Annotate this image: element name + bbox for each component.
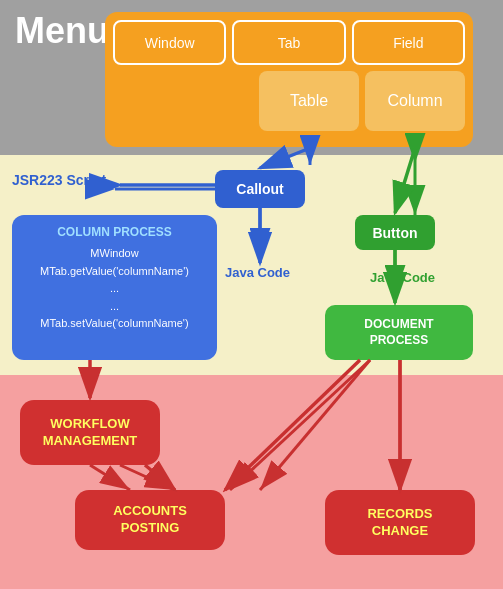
diagram-container: Menu Window Tab Field Table Column JSR22… bbox=[0, 0, 503, 589]
records-change-box: RECORDS CHANGE bbox=[325, 490, 475, 555]
column-process-title: COLUMN PROCESS bbox=[24, 225, 205, 239]
workflow-label: WORKFLOW MANAGEMENT bbox=[43, 416, 138, 450]
jsr223-label: JSR223 Script bbox=[12, 172, 106, 188]
orange-container: Window Tab Field Table Column bbox=[105, 12, 473, 147]
workflow-management-box: WORKFLOW MANAGEMENT bbox=[20, 400, 160, 465]
table-box: Table bbox=[259, 71, 359, 131]
column-box: Column bbox=[365, 71, 465, 131]
button-box: Button bbox=[355, 215, 435, 250]
code-line-mwindow: MWindow bbox=[24, 245, 205, 263]
orange-top-row: Window Tab Field bbox=[113, 20, 465, 65]
doc-process-box: DOCUMENT PROCESS bbox=[325, 305, 473, 360]
orange-bottom-row: Table Column bbox=[113, 71, 465, 131]
doc-process-label: DOCUMENT PROCESS bbox=[364, 317, 433, 348]
accounts-posting-box: ACCOUNTS POSTING bbox=[75, 490, 225, 550]
code-box-content: MWindow MTab.getValue('columnName') ... … bbox=[24, 245, 205, 333]
tab-box: Tab bbox=[232, 20, 345, 65]
window-box: Window bbox=[113, 20, 226, 65]
code-line-setValue: MTab.setValue('columnName') bbox=[24, 315, 205, 333]
code-line-ellipsis1: ... bbox=[24, 280, 205, 298]
java-code-right: Java Code bbox=[370, 270, 435, 285]
field-box: Field bbox=[352, 20, 465, 65]
code-box: COLUMN PROCESS MWindow MTab.getValue('co… bbox=[12, 215, 217, 360]
accounts-label: ACCOUNTS POSTING bbox=[113, 503, 187, 537]
code-line-getValue: MTab.getValue('columnName') bbox=[24, 263, 205, 281]
java-code-left: Java Code bbox=[225, 265, 290, 280]
records-label: RECORDS CHANGE bbox=[367, 506, 432, 540]
callout-box: Callout bbox=[215, 170, 305, 208]
code-line-ellipsis2: ... bbox=[24, 298, 205, 316]
menu-label: Menu bbox=[15, 10, 109, 52]
